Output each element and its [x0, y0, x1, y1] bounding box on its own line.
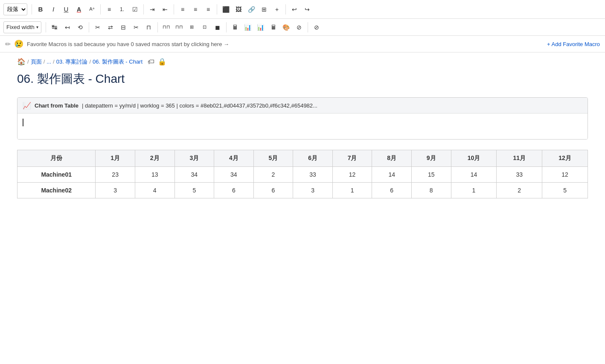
chart2-button[interactable]: 📊 — [255, 21, 267, 33]
cell-1-10: 2 — [497, 183, 542, 198]
table-header-4: 4月 — [214, 150, 254, 167]
paragraph-select[interactable]: 段落 — [3, 3, 27, 15]
refresh-button[interactable]: ⟲ — [74, 21, 86, 33]
col-delete-button[interactable]: ⊞ — [186, 21, 198, 33]
row-delete-button[interactable]: ⊡ — [199, 21, 211, 33]
separator-bc-1: / — [27, 58, 29, 65]
chevron-down-icon: ▾ — [36, 25, 38, 29]
table-header-12: 12月 — [542, 150, 588, 167]
insert-button[interactable]: + — [271, 3, 283, 15]
italic-button[interactable]: I — [47, 3, 59, 15]
numbered-list-button[interactable]: 1. — [116, 3, 128, 15]
table-row: Machine02345663168125 — [17, 183, 588, 198]
formula-button[interactable]: 🖩 — [268, 21, 279, 33]
cell-0-8: 15 — [411, 167, 451, 183]
row-label-1: Machine02 — [17, 183, 96, 198]
cell-0-4: 2 — [253, 167, 293, 183]
toolbar-second: Fixed width ▾ ↹ ↤ ⟲ ✂ ⇄ ⊟ ✂ ⊓ ⊓⊓ ⊓⊓ ⊞ ⊡ … — [0, 19, 605, 36]
table-header: 月份1月2月3月4月5月6月7月8月9月10月11月12月 — [17, 150, 588, 167]
merge-button[interactable]: ◼ — [212, 21, 224, 33]
lock-icon[interactable]: 🔒 — [158, 58, 166, 66]
breadcrumb-current[interactable]: 06. 製作圖表 - Chart — [93, 58, 143, 66]
separator-3 — [143, 4, 144, 15]
table-header-row: 月份1月2月3月4月5月6月7月8月9月10月11月12月 — [17, 150, 588, 167]
cell-0-7: 14 — [372, 167, 412, 183]
link-button[interactable]: 🔗 — [245, 3, 257, 15]
align-left-button[interactable]: ≡ — [177, 3, 189, 15]
col-insert-left-button[interactable]: ⊓⊓ — [160, 21, 172, 33]
cell-1-2: 5 — [175, 183, 214, 198]
expand-button[interactable]: ⬛ — [220, 3, 232, 15]
separator-bc-2: / — [44, 58, 45, 65]
bold-button[interactable]: B — [35, 3, 47, 15]
tag-icon[interactable]: 🏷 — [148, 58, 154, 66]
redo-button[interactable]: ↪ — [301, 3, 313, 15]
table-header-10: 10月 — [451, 150, 497, 167]
chart-button[interactable]: 📊 — [242, 21, 254, 33]
chart-macro-block: 📈 Chart from Table | datepattern = yy/m/… — [17, 97, 588, 140]
macro-header-title: Chart from Table — [35, 102, 79, 109]
align-center-button[interactable]: ≡ — [189, 3, 201, 15]
separator-11 — [308, 22, 308, 32]
indent-back-button[interactable]: ↤ — [61, 21, 73, 33]
undo-button[interactable]: ↩ — [288, 3, 300, 15]
cut2-button[interactable]: ✂ — [130, 21, 142, 33]
indent-right-button[interactable]: ⇥ — [146, 3, 158, 15]
cut-button[interactable]: ✂ — [92, 21, 104, 33]
bullet-list-button[interactable]: ≡ — [103, 3, 115, 15]
fixed-width-label: Fixed width — [6, 24, 35, 30]
font-color-button[interactable]: A — [73, 3, 85, 15]
macro-message: Favorite Macros is sad because you have … — [27, 41, 229, 47]
underline-button[interactable]: U — [60, 3, 72, 15]
cell-1-1: 4 — [135, 183, 175, 198]
fixed-width-select[interactable]: Fixed width ▾ — [3, 21, 41, 33]
block-button[interactable]: ⊘ — [311, 21, 323, 33]
table-header-2: 2月 — [135, 150, 175, 167]
clear-button[interactable]: ⊘ — [293, 21, 305, 33]
toolbar-top: 段落 B I U A Aᵃ ≡ 1. ☑ ⇥ ⇤ ≡ ≡ ≡ ⬛ 🖼 🔗 ⊞ +… — [0, 0, 605, 19]
indent-tab-button[interactable]: ↹ — [49, 21, 61, 33]
image-button[interactable]: 🖼 — [233, 3, 244, 15]
separator-2 — [100, 4, 101, 15]
macro-header: 📈 Chart from Table | datepattern = yy/m/… — [17, 98, 588, 114]
table-header-3: 3月 — [175, 150, 214, 167]
swap-button[interactable]: ⇄ — [105, 21, 116, 33]
pencil-icon: ✏ — [5, 40, 11, 48]
add-favorite-macro-button[interactable]: + Add Favorite Macro — [547, 41, 600, 47]
indent-left-button[interactable]: ⇤ — [159, 3, 171, 15]
separator-5 — [217, 4, 217, 15]
font-size-button[interactable]: Aᵃ — [86, 3, 98, 15]
macro-body[interactable] — [17, 114, 588, 139]
copy-button[interactable]: ⊓ — [143, 21, 155, 33]
text-cursor — [23, 119, 23, 126]
table-header-6: 6月 — [293, 150, 333, 167]
cell-0-5: 33 — [293, 167, 333, 183]
col-insert-right-button[interactable]: ⊓⊓ — [173, 21, 185, 33]
separator-6 — [285, 4, 286, 15]
separator-bc-4: / — [89, 58, 91, 65]
filter-button[interactable]: 🖩 — [229, 21, 241, 33]
checkbox-button[interactable]: ☑ — [129, 3, 141, 15]
cell-0-0: 23 — [96, 167, 135, 183]
align-right-button[interactable]: ≡ — [202, 3, 214, 15]
home-icon: 🏠 — [17, 58, 26, 66]
cell-0-9: 14 — [451, 167, 497, 183]
breadcrumb-pages[interactable]: 頁面 — [31, 58, 42, 66]
cell-0-10: 33 — [497, 167, 542, 183]
breadcrumb-ellipsis[interactable]: ... — [47, 58, 51, 65]
separator-9 — [157, 22, 158, 32]
cell-0-6: 12 — [332, 167, 372, 183]
cell-0-3: 34 — [214, 167, 254, 183]
chart-macro-icon: 📈 — [23, 101, 31, 110]
color-fill-button[interactable]: 🎨 — [280, 21, 292, 33]
macros-bar: ✏ 😢 Favorite Macros is sad because you h… — [0, 36, 605, 52]
cell-1-0: 3 — [96, 183, 135, 198]
table-button[interactable]: ⊞ — [258, 3, 270, 15]
cell-1-3: 6 — [214, 183, 254, 198]
separator-8 — [89, 22, 89, 32]
data-table: 月份1月2月3月4月5月6月7月8月9月10月11月12月 Machine012… — [17, 150, 588, 198]
table-header-8: 8月 — [372, 150, 412, 167]
minus-button[interactable]: ⊟ — [117, 21, 129, 33]
cell-1-4: 6 — [253, 183, 293, 198]
breadcrumb-parent[interactable]: 03. 專案討論 — [56, 58, 88, 66]
